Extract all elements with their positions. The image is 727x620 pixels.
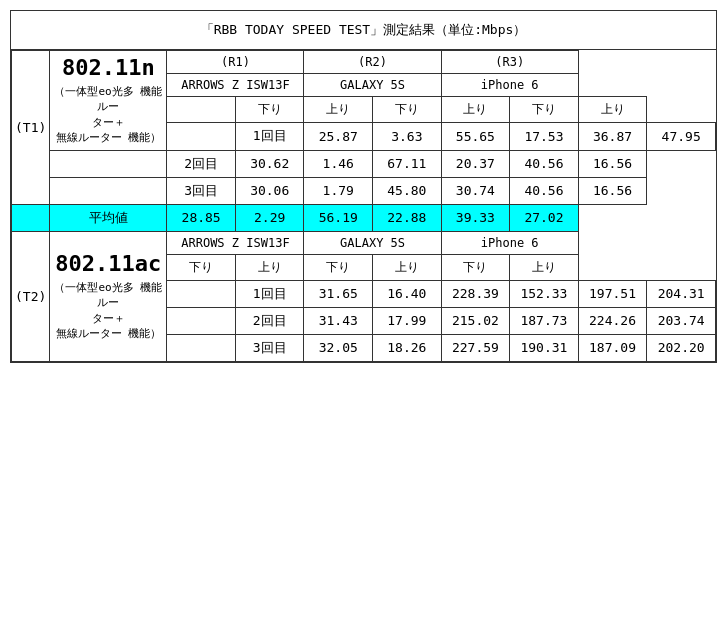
s2-r3-v6: 202.20 bbox=[647, 334, 716, 361]
s2-label1: 1回目 bbox=[235, 280, 304, 307]
standard1-desc: （一体型eo光多 機能ルーター＋無線ルーター 機能） bbox=[52, 84, 164, 146]
data-table: (T1) 802.11n （一体型eo光多 機能ルーター＋無線ルーター 機能） … bbox=[11, 50, 716, 362]
s1-avg-label: 平均値 bbox=[50, 204, 167, 231]
s2-r1-v4: 152.33 bbox=[510, 280, 579, 307]
main-container: 「RBB TODAY SPEED TEST」測定結果（単位:Mbps） (T1)… bbox=[10, 10, 717, 363]
s1-r3-v5: 40.56 bbox=[510, 177, 579, 204]
s2-r3-v2: 18.26 bbox=[373, 334, 442, 361]
s2-r1-v6: 204.31 bbox=[647, 280, 716, 307]
section2-standard: 802.11ac （一体型eo光多 機能ルーター＋無線ルーター 機能） bbox=[50, 231, 167, 361]
s2-r3-v4: 190.31 bbox=[510, 334, 579, 361]
device1-s2: ARROWS Z ISW13F bbox=[167, 231, 304, 254]
standard2-desc: （一体型eo光多 機能ルーター＋無線ルーター 機能） bbox=[52, 280, 164, 342]
s1-up3: 上り bbox=[578, 97, 647, 123]
s1-r1-v3: 55.65 bbox=[441, 123, 510, 150]
s1-r3-v2: 1.79 bbox=[304, 177, 373, 204]
s1-r1-v5: 36.87 bbox=[578, 123, 647, 150]
s1-avg-v5: 39.33 bbox=[441, 204, 510, 231]
s2-r2-v2: 17.99 bbox=[373, 307, 442, 334]
s2-down3: 下り bbox=[441, 254, 510, 280]
s1-r2-v4: 20.37 bbox=[441, 150, 510, 177]
s1-down2: 下り bbox=[373, 97, 442, 123]
s2-label2: 2回目 bbox=[235, 307, 304, 334]
s2-r2-v5: 224.26 bbox=[578, 307, 647, 334]
s1-avg-v4: 22.88 bbox=[373, 204, 442, 231]
section2-header1: (T2) 802.11ac （一体型eo光多 機能ルーター＋無線ルーター 機能）… bbox=[12, 231, 716, 254]
device2-s2: GALAXY 5S bbox=[304, 231, 441, 254]
s1-r3-v4: 30.74 bbox=[441, 177, 510, 204]
title-row: 「RBB TODAY SPEED TEST」測定結果（単位:Mbps） bbox=[11, 11, 717, 50]
t1-label-5 bbox=[50, 177, 167, 204]
s2-r3-v1: 32.05 bbox=[304, 334, 373, 361]
s2-r2-v4: 187.73 bbox=[510, 307, 579, 334]
s1-avg-v6: 27.02 bbox=[510, 204, 579, 231]
s2-down2: 下り bbox=[304, 254, 373, 280]
s2-r1-v5: 197.51 bbox=[578, 280, 647, 307]
s2-r3-v3: 227.59 bbox=[441, 334, 510, 361]
s1-r1-v4: 17.53 bbox=[510, 123, 579, 150]
t1-label: (T1) bbox=[12, 51, 50, 205]
s1-r2-v3: 67.11 bbox=[373, 150, 442, 177]
s2-r1-v2: 16.40 bbox=[373, 280, 442, 307]
s1-label3: 3回目 bbox=[167, 177, 236, 204]
device2-s1: GALAXY 5S bbox=[304, 74, 441, 97]
s2-label3: 3回目 bbox=[235, 334, 304, 361]
t1-label-3 bbox=[167, 123, 236, 150]
s1-row3: 3回目 30.06 1.79 45.80 30.74 40.56 16.56 bbox=[12, 177, 716, 204]
s1-avg-v3: 56.19 bbox=[304, 204, 373, 231]
t2-label-2 bbox=[167, 280, 236, 307]
t2-label-4 bbox=[167, 334, 236, 361]
s1-r2-v1: 30.62 bbox=[235, 150, 304, 177]
s2-down1: 下り bbox=[167, 254, 236, 280]
s2-up1: 上り bbox=[235, 254, 304, 280]
s1-row2: 2回目 30.62 1.46 67.11 20.37 40.56 16.56 bbox=[12, 150, 716, 177]
standard2-title: 802.11ac bbox=[52, 251, 164, 276]
s2-r2-v6: 203.74 bbox=[647, 307, 716, 334]
section1-standard: 802.11n （一体型eo光多 機能ルーター＋無線ルーター 機能） bbox=[50, 51, 167, 151]
t2-label-3 bbox=[167, 307, 236, 334]
s1-r3-v6: 16.56 bbox=[578, 177, 647, 204]
s1-r3-v1: 30.06 bbox=[235, 177, 304, 204]
s1-r2-v2: 1.46 bbox=[304, 150, 373, 177]
s1-r1-v2: 3.63 bbox=[373, 123, 442, 150]
s1-label2: 2回目 bbox=[167, 150, 236, 177]
s1-avg-row: 平均値 28.85 2.29 56.19 22.88 39.33 27.02 bbox=[12, 204, 716, 231]
t1-label-4 bbox=[50, 150, 167, 177]
s2-r2-v3: 215.02 bbox=[441, 307, 510, 334]
r1-label: (R1) bbox=[167, 51, 304, 74]
t1-label-avg bbox=[12, 204, 50, 231]
section1-header1: (T1) 802.11n （一体型eo光多 機能ルーター＋無線ルーター 機能） … bbox=[12, 51, 716, 74]
s1-r1-v1: 25.87 bbox=[304, 123, 373, 150]
s1-down1: 下り bbox=[235, 97, 304, 123]
s1-r3-v3: 45.80 bbox=[373, 177, 442, 204]
r3-label: (R3) bbox=[441, 51, 578, 74]
s2-r2-v1: 31.43 bbox=[304, 307, 373, 334]
content-row: (T1) 802.11n （一体型eo光多 機能ルーター＋無線ルーター 機能） … bbox=[11, 50, 717, 363]
s1-down3: 下り bbox=[510, 97, 579, 123]
s1-avg-v2: 2.29 bbox=[235, 204, 304, 231]
s1-r1-v6: 47.95 bbox=[647, 123, 716, 150]
s2-up3: 上り bbox=[510, 254, 579, 280]
s1-r2-v5: 40.56 bbox=[510, 150, 579, 177]
t2-label: (T2) bbox=[12, 231, 50, 361]
s1-r2-v6: 16.56 bbox=[578, 150, 647, 177]
table-title: 「RBB TODAY SPEED TEST」測定結果（単位:Mbps） bbox=[11, 11, 717, 50]
device3-s1: iPhone 6 bbox=[441, 74, 578, 97]
device1-s1: ARROWS Z ISW13F bbox=[167, 74, 304, 97]
standard1-title: 802.11n bbox=[52, 55, 164, 80]
r2-label: (R2) bbox=[304, 51, 441, 74]
s2-up2: 上り bbox=[373, 254, 442, 280]
s1-up1: 上り bbox=[304, 97, 373, 123]
s2-r1-v3: 228.39 bbox=[441, 280, 510, 307]
s1-up2: 上り bbox=[441, 97, 510, 123]
s2-r3-v5: 187.09 bbox=[578, 334, 647, 361]
s1-avg-v1: 28.85 bbox=[167, 204, 236, 231]
t1-label-2 bbox=[167, 97, 236, 123]
s1-label1: 1回目 bbox=[235, 123, 304, 150]
s2-r1-v1: 31.65 bbox=[304, 280, 373, 307]
device3-s2: iPhone 6 bbox=[441, 231, 578, 254]
